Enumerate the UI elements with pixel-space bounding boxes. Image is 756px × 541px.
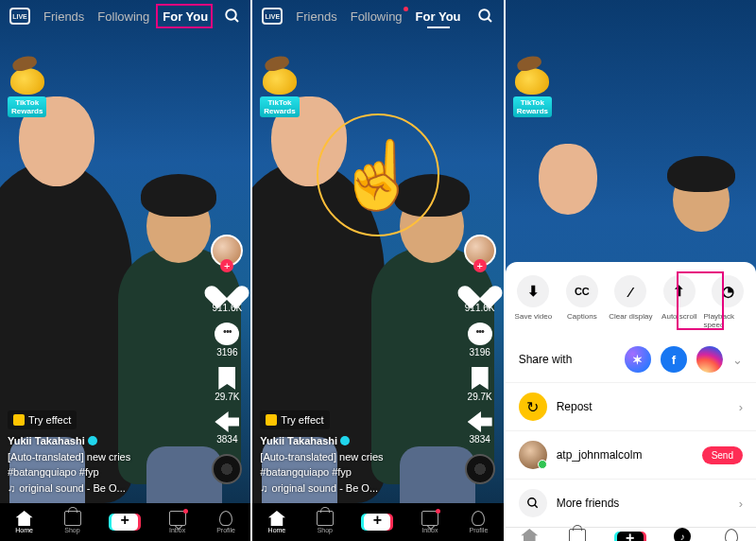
live-icon[interactable]: LIVE [262, 8, 283, 25]
comment-icon[interactable] [215, 323, 239, 345]
save-icon[interactable] [472, 367, 489, 390]
user-avatar [519, 441, 547, 469]
caption-text: [Auto-translated] new cries [8, 449, 130, 465]
save-icon[interactable] [218, 367, 235, 390]
try-effect-chip[interactable]: Try effect [8, 410, 77, 430]
share-user-name: atp_johnmalcolm [557, 448, 643, 462]
caption-hashtags[interactable]: #batangquiapo #fyp [260, 464, 383, 480]
comment-icon[interactable] [468, 323, 492, 345]
action-row: ⬇Save video CCCaptions ∕Clear display ⬆A… [506, 262, 756, 337]
top-nav: LIVE Friends Following For You [252, 8, 503, 25]
tab-following[interactable]: Following [97, 9, 149, 24]
chevron-right-icon: › [739, 400, 743, 414]
sound-disc[interactable] [465, 454, 495, 484]
comment-count: 3196 [470, 347, 490, 358]
nav-home[interactable]: Home [268, 511, 286, 533]
action-save-video[interactable]: ⬇Save video [509, 275, 558, 329]
bottom-nav: Home Shop Inbox Profile [252, 503, 503, 541]
save-count: 29.7K [468, 392, 492, 402]
try-effect-chip[interactable]: Try effect [260, 410, 329, 430]
svg-point-2 [479, 9, 490, 20]
screen-foryou-tab: LIVE Friends Following For You TikTokRew… [0, 0, 250, 541]
download-icon: ⬇ [517, 275, 549, 307]
nav-create[interactable] [112, 514, 138, 531]
tab-foryou[interactable]: For You [416, 9, 461, 24]
sound-label[interactable]: original sound - Be O... [8, 480, 130, 497]
share-count: 3834 [470, 434, 490, 445]
tiktok-logo-icon: ♪ [674, 528, 691, 541]
rewards-badge[interactable]: TikTokRewards [260, 68, 299, 117]
action-captions[interactable]: CCCaptions [558, 275, 606, 329]
send-button[interactable]: Send [702, 446, 743, 464]
captions-icon: CC [566, 275, 598, 307]
nav-shop[interactable]: Shop [64, 511, 81, 533]
nav-inbox[interactable]: Inbox [169, 511, 186, 533]
action-rail: 911.6K 3196 29.7K 3834 [211, 235, 243, 484]
sound-label[interactable]: original sound - Be O... [260, 480, 383, 497]
live-icon[interactable]: LIVE [9, 8, 30, 25]
rewards-badge[interactable]: TikTokRewards [513, 68, 552, 117]
action-rail: 911.6K 3196 29.7K 3834 [464, 235, 496, 484]
share-with-label: Share with [519, 353, 615, 366]
verified-badge-icon [340, 436, 350, 445]
search-icon[interactable] [224, 8, 241, 25]
highlight-autoscroll [677, 271, 724, 330]
share-sheet: ⬇Save video CCCaptions ∕Clear display ⬆A… [506, 262, 756, 541]
video-person-right [662, 153, 747, 257]
save-count: 29.7K [215, 392, 239, 402]
verified-badge-icon [88, 436, 97, 445]
chevron-right-icon: › [739, 497, 743, 511]
creator-avatar[interactable] [211, 235, 243, 267]
repost-icon: ↻ [519, 393, 547, 421]
caption-text: [Auto-translated] new cries [260, 449, 383, 465]
tab-following[interactable]: Following [351, 9, 403, 24]
screen-longpress: LIVE Friends Following For You TikTokRew… [252, 0, 503, 541]
nav-shop[interactable]: Shop [317, 511, 334, 533]
nav-inbox[interactable]: ♪Inbox [674, 528, 691, 541]
chevron-down-icon[interactable]: ⌄ [732, 353, 743, 367]
tab-friends[interactable]: Friends [43, 9, 84, 24]
nav-home[interactable]: Home [15, 511, 33, 533]
nav-shop[interactable]: Shop [569, 529, 586, 541]
share-with-row: Share with ✶ f ⌄ [506, 337, 756, 382]
share-icon[interactable] [468, 411, 492, 432]
share-user-row[interactable]: atp_johnmalcolm Send [506, 430, 756, 479]
messenger-icon[interactable]: ✶ [625, 346, 651, 373]
clear-display-icon: ∕ [614, 275, 646, 307]
search-icon[interactable] [477, 8, 494, 25]
nav-create[interactable] [364, 514, 390, 531]
repost-row[interactable]: ↻ Repost › [506, 382, 756, 430]
repost-label: Repost [557, 400, 593, 413]
top-nav: LIVE Friends Following For You [0, 8, 250, 25]
svg-point-4 [527, 498, 535, 506]
like-icon[interactable] [214, 276, 240, 301]
longpress-indicator: ☝️ [317, 113, 439, 236]
creator-username[interactable]: Yukii Takahashi [8, 433, 130, 449]
nav-profile[interactable]: Profile [722, 529, 741, 541]
like-icon[interactable] [467, 276, 493, 301]
caption-hashtags[interactable]: #batangquiapo #fyp [8, 464, 130, 480]
instagram-icon[interactable] [696, 346, 723, 373]
nav-profile[interactable]: Profile [469, 511, 488, 533]
tab-friends[interactable]: Friends [296, 9, 336, 24]
sound-disc[interactable] [212, 454, 242, 484]
share-icon[interactable] [215, 411, 239, 432]
share-count: 3834 [216, 434, 237, 445]
creator-avatar[interactable] [464, 235, 496, 267]
nav-home[interactable]: Home [521, 529, 539, 541]
more-friends-row[interactable]: More friends › [506, 479, 756, 527]
action-clear-display[interactable]: ∕Clear display [607, 275, 655, 329]
facebook-icon[interactable]: f [661, 346, 687, 373]
nav-profile[interactable]: Profile [216, 511, 235, 533]
highlight-foryou [156, 4, 213, 28]
caption-block: Try effect Yukii Takahashi [Auto-transla… [8, 410, 130, 497]
svg-line-1 [235, 18, 239, 22]
nav-create[interactable] [617, 532, 644, 541]
svg-line-5 [534, 505, 537, 508]
creator-username[interactable]: Yukii Takahashi [260, 433, 383, 449]
nav-inbox[interactable]: Inbox [421, 511, 438, 533]
bottom-nav: Home Shop Inbox Profile [0, 503, 250, 541]
svg-line-3 [488, 18, 491, 22]
bottom-nav: Home Shop ♪Inbox Profile [506, 527, 756, 541]
rewards-badge[interactable]: TikTokRewards [8, 68, 46, 117]
